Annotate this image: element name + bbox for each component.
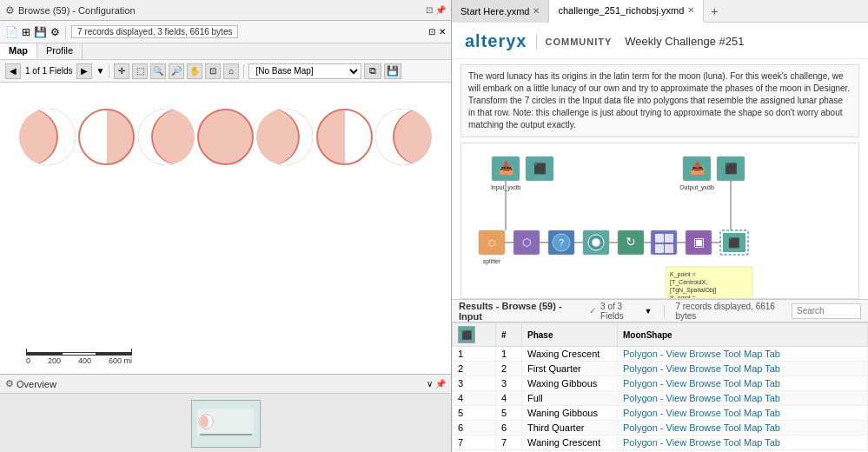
header-separator	[536, 33, 537, 50]
community-label: COMMUNITY	[546, 37, 613, 47]
table-row: 1 1 Waxing Crescent Polygon - View Brows…	[453, 347, 868, 362]
panel-header: ⚙ Browse (59) - Configuration ⊡ 📌	[0, 0, 451, 21]
svg-text:?: ?	[559, 237, 564, 248]
left-panel: ⚙ Browse (59) - Configuration ⊡ 📌 📄 ⊞ 💾 …	[0, 0, 452, 452]
col-header-num: #	[496, 323, 522, 347]
pan-button[interactable]: ✋	[187, 63, 202, 79]
cell-num: 1	[496, 347, 522, 362]
records-badge: 7 records displayed, 3 fields, 6616 byte…	[71, 25, 238, 38]
toolbar-sep2	[109, 64, 109, 78]
moon-waxing-crescent	[19, 109, 76, 165]
pin2-icon[interactable]: 📌	[435, 379, 446, 389]
workflow-svg: 📥 Input_yxdb ⬛ 📤 Output_yxdb ⬛	[461, 143, 858, 298]
collapse-icon[interactable]: ∨	[427, 379, 433, 389]
copy-map-button[interactable]: ⧉	[364, 63, 381, 79]
svg-point-3	[200, 415, 209, 428]
cell-num: 4	[496, 391, 522, 406]
workflow-canvas: 📥 Input_yxdb ⬛ 📤 Output_yxdb ⬛	[461, 143, 859, 299]
toolbar-sep3	[243, 64, 244, 78]
tab-close-challenge[interactable]: ✕	[687, 5, 694, 15]
right-panel: Start Here.yxmd ✕ challenge_251_richobsj…	[452, 0, 868, 452]
cell-shape: Polygon - View Browse Tool Map Tab	[618, 421, 868, 435]
search-input[interactable]	[792, 303, 861, 319]
browse-icon: ⬛	[458, 326, 475, 343]
svg-text:Output_yxdb: Output_yxdb	[679, 184, 714, 191]
panel-controls: ⊡ 📌	[426, 5, 446, 15]
expand2-icon[interactable]: ⊡	[428, 27, 435, 37]
svg-text:⬛: ⬛	[728, 236, 740, 249]
cell-num: 2	[496, 362, 522, 376]
tab-close-start[interactable]: ✕	[533, 6, 540, 16]
tab-map[interactable]: Map	[0, 43, 37, 59]
alteryx-logo: alteryx	[465, 31, 527, 51]
overview-thumbnail	[191, 400, 261, 448]
doc-icon: 📄	[5, 26, 18, 38]
alteryx-header: alteryx COMMUNITY Weekly Challenge #251	[452, 23, 868, 59]
cell-phase: Waxing Gibbous	[522, 376, 618, 391]
next-field-button[interactable]: ▶	[76, 63, 92, 79]
tab-profile[interactable]: Profile	[37, 43, 83, 59]
drop-icon[interactable]: ▼	[645, 307, 653, 316]
tab-challenge[interactable]: challenge_251_richobsj.yxmd ✕	[549, 0, 704, 23]
cell-shape: Polygon - View Browse Tool Map Tab	[618, 362, 868, 376]
zoom-in-button[interactable]: 🔍	[150, 63, 166, 79]
moon-waning-crescent	[375, 109, 432, 165]
challenge-description: The word lunacy has its origins in the l…	[461, 64, 859, 137]
table-row: 7 7 Waning Crescent Polygon - View Brows…	[453, 435, 868, 450]
prev-field-button[interactable]: ◀	[5, 63, 21, 79]
fields-count: 3 of 3 Fields	[600, 302, 639, 321]
basemap-select[interactable]: [No Base Map]	[248, 63, 361, 79]
svg-rect-33	[655, 244, 664, 253]
cell-record: 3	[453, 376, 496, 391]
home-button[interactable]: ⌂	[223, 63, 239, 79]
dropdown-arrow-icon[interactable]: ▼	[96, 66, 104, 76]
cell-record: 5	[453, 406, 496, 421]
layout-icon: ⊞	[22, 26, 30, 38]
moon-waning-gibbous	[256, 109, 313, 165]
close-icon[interactable]: ✕	[439, 27, 446, 37]
cell-record: 2	[453, 362, 496, 376]
save-icon[interactable]: 💾	[34, 26, 47, 38]
add-tab-button[interactable]: +	[704, 0, 725, 23]
cell-record: 1	[453, 347, 496, 362]
svg-text:Y_point =: Y_point =	[670, 295, 696, 298]
cell-record: 7	[453, 435, 496, 450]
table-row: 6 6 Third Quarter Polygon - View Browse …	[453, 421, 868, 435]
settings2-icon[interactable]: ⚙	[5, 378, 14, 389]
results-table: ⬛ # Phase MoonShape 1 1 Waxing Crescent …	[452, 322, 868, 450]
moon-first-quarter	[78, 109, 135, 165]
moon-waxing-gibbous	[138, 109, 195, 165]
overview-header: ⚙ Overview ∨ 📌	[0, 375, 451, 394]
cell-shape: Polygon - View Browse Tool Map Tab	[618, 376, 868, 391]
challenge-label: Weekly Challenge #251	[625, 35, 744, 48]
map-profile-tabs: Map Profile	[0, 43, 451, 60]
select-tool-button[interactable]: ⬚	[132, 63, 148, 79]
field-nav: ◀ 1 of 1 Fields ▶ ▼	[5, 63, 104, 79]
overview-title: Overview	[17, 379, 427, 389]
svg-text:📤: 📤	[690, 161, 706, 176]
tab-start-here[interactable]: Start Here.yxmd ✕	[452, 0, 549, 23]
results-header: Results - Browse (59) - Input ✓ 3 of 3 F…	[452, 300, 868, 322]
settings-icon[interactable]: ⚙	[50, 26, 60, 38]
cell-record: 4	[453, 391, 496, 406]
pointer-tool-button[interactable]: ✛	[114, 63, 129, 79]
map-canvas: 0 200 400 600 mi	[0, 83, 451, 374]
cell-shape: Polygon - View Browse Tool Map Tab	[618, 435, 868, 450]
zoom-extent-button[interactable]: ⊡	[205, 63, 221, 79]
svg-text:[TgN_SpatialObj]: [TgN_SpatialObj]	[670, 287, 716, 294]
cell-phase: Third Quarter	[522, 421, 618, 435]
overview-svg	[195, 404, 256, 443]
cell-shape: Polygon - View Browse Tool Map Tab	[618, 347, 868, 362]
cell-shape: Polygon - View Browse Tool Map Tab	[618, 391, 868, 406]
zoom-out-button[interactable]: 🔎	[169, 63, 184, 79]
pin-icon[interactable]: 📌	[435, 5, 446, 15]
tab-bar: Start Here.yxmd ✕ challenge_251_richobsj…	[452, 0, 868, 23]
save-map-button[interactable]: 💾	[384, 63, 401, 79]
col-header-shape: MoonShape	[618, 323, 868, 347]
svg-text:↻: ↻	[626, 235, 636, 249]
expand-icon[interactable]: ⊡	[426, 5, 433, 15]
svg-text:⬡: ⬡	[488, 238, 496, 248]
svg-point-27	[592, 238, 600, 247]
gear-icon[interactable]: ⚙	[5, 4, 15, 17]
moon-third-quarter	[316, 109, 373, 165]
